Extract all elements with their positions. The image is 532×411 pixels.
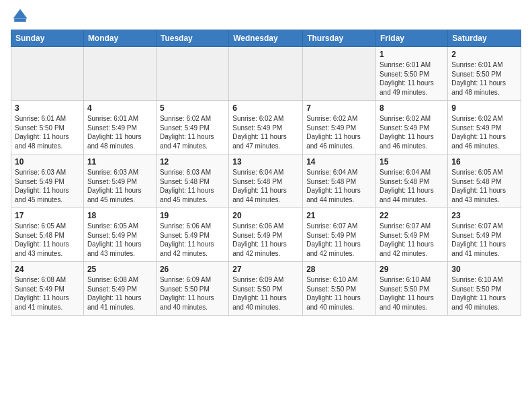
day-number: 3 [15, 103, 80, 113]
weekday-tuesday: Tuesday [156, 30, 228, 47]
day-info: Sunrise: 6:02 AM Sunset: 5:49 PM Dayligh… [451, 114, 517, 150]
day-number: 20 [232, 211, 299, 220]
day-number: 27 [232, 265, 299, 274]
day-cell: 14Sunrise: 6:04 AM Sunset: 5:48 PM Dayli… [303, 154, 376, 208]
day-number: 24 [15, 265, 80, 274]
day-cell: 21Sunrise: 6:07 AM Sunset: 5:49 PM Dayli… [303, 208, 376, 262]
weekday-friday: Friday [376, 30, 448, 47]
week-row-5: 24Sunrise: 6:08 AM Sunset: 5:49 PM Dayli… [11, 262, 521, 316]
day-number: 9 [451, 103, 517, 113]
day-cell: 13Sunrise: 6:04 AM Sunset: 5:48 PM Dayli… [229, 154, 303, 208]
day-info: Sunrise: 6:06 AM Sunset: 5:49 PM Dayligh… [160, 222, 225, 258]
day-info: Sunrise: 6:02 AM Sunset: 5:49 PM Dayligh… [306, 114, 372, 150]
day-cell: 19Sunrise: 6:06 AM Sunset: 5:49 PM Dayli… [156, 208, 228, 262]
day-number: 14 [306, 157, 372, 167]
day-cell: 1Sunrise: 6:01 AM Sunset: 5:50 PM Daylig… [376, 47, 448, 101]
day-info: Sunrise: 6:02 AM Sunset: 5:49 PM Dayligh… [232, 114, 299, 150]
day-number: 7 [306, 103, 372, 113]
calendar-table: SundayMondayTuesdayWednesdayThursdayFrid… [11, 30, 521, 316]
day-number: 21 [306, 211, 372, 220]
day-cell: 22Sunrise: 6:07 AM Sunset: 5:49 PM Dayli… [376, 208, 448, 262]
day-cell [303, 47, 376, 101]
week-row-4: 17Sunrise: 6:05 AM Sunset: 5:48 PM Dayli… [11, 208, 521, 262]
day-info: Sunrise: 6:06 AM Sunset: 5:49 PM Dayligh… [232, 222, 299, 258]
day-info: Sunrise: 6:09 AM Sunset: 5:50 PM Dayligh… [160, 275, 225, 312]
day-info: Sunrise: 6:07 AM Sunset: 5:49 PM Dayligh… [380, 222, 444, 258]
header [11, 7, 521, 26]
day-cell: 30Sunrise: 6:10 AM Sunset: 5:50 PM Dayli… [448, 262, 521, 316]
day-cell [83, 47, 156, 101]
day-info: Sunrise: 6:10 AM Sunset: 5:50 PM Dayligh… [380, 275, 444, 312]
svg-rect-1 [14, 19, 26, 22]
weekday-saturday: Saturday [448, 30, 521, 47]
day-number: 19 [160, 211, 225, 220]
day-cell: 10Sunrise: 6:03 AM Sunset: 5:49 PM Dayli… [11, 154, 84, 208]
day-number: 25 [87, 265, 152, 274]
day-info: Sunrise: 6:01 AM Sunset: 5:50 PM Dayligh… [451, 60, 517, 97]
day-info: Sunrise: 6:05 AM Sunset: 5:48 PM Dayligh… [15, 222, 80, 258]
day-cell [229, 47, 303, 101]
day-info: Sunrise: 6:05 AM Sunset: 5:49 PM Dayligh… [87, 222, 152, 258]
weekday-monday: Monday [83, 30, 156, 47]
day-cell [156, 47, 228, 101]
day-number: 10 [15, 157, 80, 167]
day-number: 29 [380, 265, 444, 274]
day-cell [11, 47, 84, 101]
day-cell: 27Sunrise: 6:09 AM Sunset: 5:50 PM Dayli… [229, 262, 303, 316]
day-number: 17 [15, 211, 80, 220]
svg-marker-0 [13, 9, 28, 19]
day-number: 11 [87, 157, 152, 167]
day-cell: 11Sunrise: 6:03 AM Sunset: 5:49 PM Dayli… [83, 154, 156, 208]
weekday-sunday: Sunday [11, 30, 84, 47]
day-number: 6 [232, 103, 299, 113]
day-info: Sunrise: 6:07 AM Sunset: 5:49 PM Dayligh… [451, 222, 517, 258]
day-cell: 26Sunrise: 6:09 AM Sunset: 5:50 PM Dayli… [156, 262, 228, 316]
week-row-3: 10Sunrise: 6:03 AM Sunset: 5:49 PM Dayli… [11, 154, 521, 208]
day-cell: 8Sunrise: 6:02 AM Sunset: 5:49 PM Daylig… [376, 101, 448, 154]
day-number: 23 [451, 211, 517, 220]
page: SundayMondayTuesdayWednesdayThursdayFrid… [0, 0, 532, 326]
day-cell: 17Sunrise: 6:05 AM Sunset: 5:48 PM Dayli… [11, 208, 84, 262]
day-info: Sunrise: 6:10 AM Sunset: 5:50 PM Dayligh… [306, 275, 372, 312]
day-info: Sunrise: 6:04 AM Sunset: 5:48 PM Dayligh… [306, 168, 372, 204]
day-cell: 28Sunrise: 6:10 AM Sunset: 5:50 PM Dayli… [303, 262, 376, 316]
day-info: Sunrise: 6:03 AM Sunset: 5:48 PM Dayligh… [160, 168, 225, 204]
day-number: 5 [160, 103, 225, 113]
day-info: Sunrise: 6:03 AM Sunset: 5:49 PM Dayligh… [87, 168, 152, 204]
day-info: Sunrise: 6:10 AM Sunset: 5:50 PM Dayligh… [451, 275, 517, 312]
day-cell: 3Sunrise: 6:01 AM Sunset: 5:50 PM Daylig… [11, 101, 84, 154]
day-cell: 16Sunrise: 6:05 AM Sunset: 5:48 PM Dayli… [448, 154, 521, 208]
day-cell: 25Sunrise: 6:08 AM Sunset: 5:49 PM Dayli… [83, 262, 156, 316]
day-cell: 5Sunrise: 6:02 AM Sunset: 5:49 PM Daylig… [156, 101, 228, 154]
weekday-thursday: Thursday [303, 30, 376, 47]
day-number: 15 [380, 157, 444, 167]
day-info: Sunrise: 6:05 AM Sunset: 5:48 PM Dayligh… [451, 168, 517, 204]
weekday-header-row: SundayMondayTuesdayWednesdayThursdayFrid… [11, 30, 521, 47]
day-number: 12 [160, 157, 225, 167]
day-cell: 20Sunrise: 6:06 AM Sunset: 5:49 PM Dayli… [229, 208, 303, 262]
day-number: 26 [160, 265, 225, 274]
day-info: Sunrise: 6:04 AM Sunset: 5:48 PM Dayligh… [232, 168, 299, 204]
day-cell: 23Sunrise: 6:07 AM Sunset: 5:49 PM Dayli… [448, 208, 521, 262]
week-row-2: 3Sunrise: 6:01 AM Sunset: 5:50 PM Daylig… [11, 101, 521, 154]
day-cell: 15Sunrise: 6:04 AM Sunset: 5:48 PM Dayli… [376, 154, 448, 208]
day-info: Sunrise: 6:01 AM Sunset: 5:49 PM Dayligh… [87, 114, 152, 150]
day-number: 16 [451, 157, 517, 167]
day-number: 22 [380, 211, 444, 220]
day-cell: 6Sunrise: 6:02 AM Sunset: 5:49 PM Daylig… [229, 101, 303, 154]
day-info: Sunrise: 6:02 AM Sunset: 5:49 PM Dayligh… [380, 114, 444, 150]
day-number: 8 [380, 103, 444, 113]
logo [11, 7, 31, 26]
day-cell: 18Sunrise: 6:05 AM Sunset: 5:49 PM Dayli… [83, 208, 156, 262]
day-cell: 12Sunrise: 6:03 AM Sunset: 5:48 PM Dayli… [156, 154, 228, 208]
day-info: Sunrise: 6:04 AM Sunset: 5:48 PM Dayligh… [380, 168, 444, 204]
day-info: Sunrise: 6:08 AM Sunset: 5:49 PM Dayligh… [15, 275, 80, 312]
day-number: 18 [87, 211, 152, 220]
day-info: Sunrise: 6:02 AM Sunset: 5:49 PM Dayligh… [160, 114, 225, 150]
week-row-1: 1Sunrise: 6:01 AM Sunset: 5:50 PM Daylig… [11, 47, 521, 101]
day-number: 13 [232, 157, 299, 167]
day-cell: 7Sunrise: 6:02 AM Sunset: 5:49 PM Daylig… [303, 101, 376, 154]
day-info: Sunrise: 6:07 AM Sunset: 5:49 PM Dayligh… [306, 222, 372, 258]
day-number: 1 [380, 50, 444, 59]
day-info: Sunrise: 6:03 AM Sunset: 5:49 PM Dayligh… [15, 168, 80, 204]
